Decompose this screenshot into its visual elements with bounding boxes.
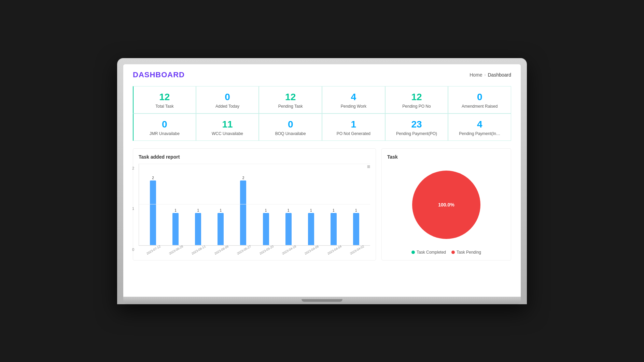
breadcrumb-separator: › <box>485 72 486 77</box>
stat-label: Total Task <box>155 104 173 109</box>
stat-card-pending-work[interactable]: 4 Pending Work <box>322 86 385 113</box>
bar-value-label: 1 <box>355 209 357 212</box>
breadcrumb-home[interactable]: Home <box>470 72 482 78</box>
top-bar: DASHBOARD Home › Dashboard <box>123 64 521 83</box>
stat-value: 11 <box>222 119 233 130</box>
bar-chart-card: Task added report ≡ 2 1 <box>133 148 376 260</box>
stat-card-pending-po-no[interactable]: 12 Pending PO No <box>385 86 448 113</box>
screen: DASHBOARD Home › Dashboard 12 Total Task… <box>123 64 521 297</box>
pie-percentage-label: 100.0% <box>438 202 454 207</box>
bar-chart-title: Task added report <box>139 154 370 160</box>
bar-value-label: 1 <box>197 209 199 212</box>
bar-group: 2 <box>232 176 254 245</box>
stat-card-pending-payment-in[interactable]: 4 Pending Payment(In… <box>448 113 511 141</box>
stat-card-boq-unavailable[interactable]: 0 BOQ Unavailabe <box>259 113 322 141</box>
pie-chart-card: Task 100.0% Task Completed Task Pending <box>381 148 511 260</box>
bar <box>263 213 269 245</box>
bar-value-label: 1 <box>220 209 222 212</box>
stat-value: 0 <box>288 119 293 130</box>
bar-value-label: 1 <box>333 209 335 212</box>
bar <box>240 180 246 245</box>
bar-group: 1 <box>187 209 209 245</box>
stats-row-2: 0 JMR Unavailabe 11 WCC Unavailabe 0 BOQ… <box>123 113 521 145</box>
legend-label: Task Pending <box>457 250 481 255</box>
bar <box>285 213 292 245</box>
stat-value: 12 <box>159 92 170 103</box>
stat-value: 12 <box>285 92 296 103</box>
bar-group: 1 <box>322 209 345 245</box>
charts-area: Task added report ≡ 2 1 <box>123 145 521 266</box>
pie-chart-title: Task <box>387 154 398 160</box>
stat-value: 4 <box>477 119 482 130</box>
bar <box>308 213 314 245</box>
app-container: DASHBOARD Home › Dashboard 12 Total Task… <box>123 64 521 266</box>
bar <box>195 213 201 245</box>
bar-group: 1 <box>300 209 322 245</box>
bar <box>331 213 337 245</box>
stat-value: 4 <box>351 92 356 103</box>
pie-chart-container: 100.0% <box>405 164 487 246</box>
stat-card-total-task[interactable]: 12 Total Task <box>133 86 196 113</box>
bar-group: 1 <box>209 209 232 245</box>
stat-value: 12 <box>411 92 422 103</box>
stat-label: Pending Task <box>278 104 303 109</box>
stat-label: PO Not Generated <box>337 131 370 136</box>
stat-label: BOQ Unavailabe <box>275 131 306 136</box>
stat-label: Amendment Raised <box>462 104 498 109</box>
breadcrumb-current: Dashboard <box>488 72 512 78</box>
stat-label: Pending Work <box>341 104 366 109</box>
stat-card-added-today[interactable]: 0 Added Today <box>196 86 259 113</box>
legend-dot <box>411 251 415 254</box>
bar <box>353 213 359 245</box>
bar-group: 1 <box>164 209 187 245</box>
laptop-frame: DASHBOARD Home › Dashboard 12 Total Task… <box>117 58 527 304</box>
bar-value-label: 2 <box>242 176 244 180</box>
bar <box>172 213 179 245</box>
bar <box>218 213 224 245</box>
bar-value-label: 1 <box>265 209 267 212</box>
bar-group: 2 <box>142 176 164 245</box>
bar-group: 1 <box>254 209 277 245</box>
bar <box>150 180 156 245</box>
breadcrumb: Home › Dashboard <box>470 72 511 78</box>
page-title: DASHBOARD <box>133 70 185 79</box>
legend-dot <box>451 251 455 254</box>
stat-card-amendment-raised[interactable]: 0 Amendment Raised <box>448 86 511 113</box>
bar-value-label: 2 <box>152 176 154 180</box>
legend-item: Task Pending <box>451 250 481 255</box>
stat-label: Pending Payment(In… <box>459 131 500 136</box>
stat-value: 0 <box>162 119 167 130</box>
laptop-base <box>123 297 521 304</box>
stat-value: 0 <box>225 92 230 103</box>
stats-row-1: 12 Total Task 0 Added Today 12 Pending T… <box>123 83 521 113</box>
pie-legend: Task Completed Task Pending <box>411 250 481 255</box>
stat-card-jmr-unavailable[interactable]: 0 JMR Unavailabe <box>133 113 196 141</box>
legend-item: Task Completed <box>411 250 446 255</box>
stat-label: Pending Payment(PO) <box>396 131 437 136</box>
stat-card-pending-task[interactable]: 12 Pending Task <box>259 86 322 113</box>
legend-label: Task Completed <box>417 250 446 255</box>
bar-value-label: 1 <box>174 209 177 212</box>
stat-label: WCC Unavailabe <box>212 131 243 136</box>
stat-value: 23 <box>411 119 422 130</box>
stat-card-wcc-unavailable[interactable]: 11 WCC Unavailabe <box>196 113 259 141</box>
bar-group: 1 <box>277 209 300 245</box>
stat-label: Added Today <box>215 104 239 109</box>
laptop-notch <box>302 299 342 302</box>
stat-label: JMR Unavailabe <box>150 131 180 136</box>
bar-value-label: 1 <box>288 209 290 212</box>
stat-label: Pending PO No <box>402 104 431 109</box>
stat-value: 1 <box>351 119 356 130</box>
bar-value-label: 1 <box>310 209 312 212</box>
stat-card-po-not-generated[interactable]: 1 PO Not Generated <box>322 113 385 141</box>
x-labels: 2023-07-122023-06-282023-06-112023-06-06… <box>139 247 370 252</box>
stat-card-pending-payment-po[interactable]: 23 Pending Payment(PO) <box>385 113 448 141</box>
bar-group: 1 <box>345 209 367 245</box>
stat-value: 0 <box>477 92 482 103</box>
bar-chart-inner: 2 1 0 2 1 1 <box>139 164 370 246</box>
